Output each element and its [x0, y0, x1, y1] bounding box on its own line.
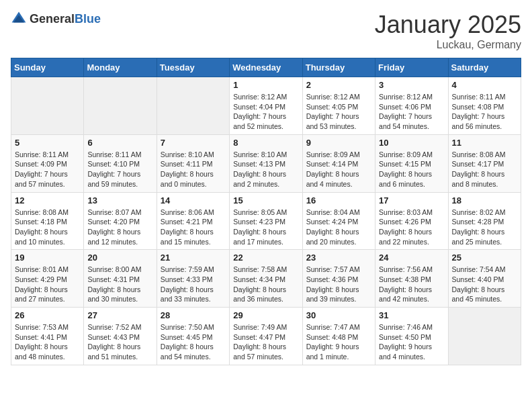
calendar-cell — [11, 77, 84, 135]
calendar-cell — [157, 77, 229, 135]
calendar-cell: 19Sunrise: 8:01 AM Sunset: 4:29 PM Dayli… — [11, 250, 84, 308]
weekday-header-monday: Monday — [84, 58, 157, 77]
logo-text-blue: Blue — [75, 12, 101, 26]
day-number: 30 — [306, 310, 371, 320]
logo: GeneralBlue — [11, 11, 101, 27]
day-number: 29 — [233, 310, 298, 320]
day-number: 2 — [306, 80, 371, 90]
day-info: Sunrise: 7:47 AM Sunset: 4:48 PM Dayligh… — [306, 322, 371, 362]
calendar-cell: 6Sunrise: 8:11 AM Sunset: 4:10 PM Daylig… — [84, 134, 157, 192]
week-row-1: 1Sunrise: 8:12 AM Sunset: 4:04 PM Daylig… — [11, 77, 521, 135]
day-info: Sunrise: 8:08 AM Sunset: 4:18 PM Dayligh… — [15, 208, 80, 247]
day-number: 9 — [306, 138, 371, 148]
day-number: 12 — [15, 195, 80, 205]
day-number: 24 — [379, 253, 444, 263]
day-number: 22 — [233, 253, 298, 263]
week-row-4: 19Sunrise: 8:01 AM Sunset: 4:29 PM Dayli… — [11, 250, 521, 308]
day-number: 6 — [87, 138, 152, 148]
day-info: Sunrise: 8:08 AM Sunset: 4:17 PM Dayligh… — [452, 150, 517, 189]
day-info: Sunrise: 8:02 AM Sunset: 4:28 PM Dayligh… — [452, 208, 517, 247]
day-info: Sunrise: 7:46 AM Sunset: 4:50 PM Dayligh… — [379, 322, 444, 362]
logo-text-general: General — [30, 12, 75, 26]
day-number: 23 — [306, 253, 371, 263]
day-info: Sunrise: 8:06 AM Sunset: 4:21 PM Dayligh… — [161, 208, 226, 247]
calendar-cell: 16Sunrise: 8:04 AM Sunset: 4:24 PM Dayli… — [302, 192, 375, 250]
calendar-cell: 28Sunrise: 7:50 AM Sunset: 4:45 PM Dayli… — [157, 308, 229, 365]
calendar-cell: 24Sunrise: 7:56 AM Sunset: 4:38 PM Dayli… — [375, 250, 448, 308]
day-number: 14 — [161, 195, 226, 205]
calendar-cell: 10Sunrise: 8:09 AM Sunset: 4:15 PM Dayli… — [375, 134, 448, 192]
logo-icon — [11, 11, 27, 27]
day-info: Sunrise: 8:11 AM Sunset: 4:10 PM Dayligh… — [87, 150, 152, 189]
calendar-cell: 18Sunrise: 8:02 AM Sunset: 4:28 PM Dayli… — [448, 192, 521, 250]
weekday-header-saturday: Saturday — [448, 58, 521, 77]
day-info: Sunrise: 8:10 AM Sunset: 4:13 PM Dayligh… — [233, 150, 298, 189]
day-number: 15 — [233, 195, 298, 205]
day-number: 7 — [161, 138, 226, 148]
weekday-header-sunday: Sunday — [11, 58, 84, 77]
day-number: 4 — [452, 80, 517, 90]
weekday-header-thursday: Thursday — [302, 58, 375, 77]
week-row-5: 26Sunrise: 7:53 AM Sunset: 4:41 PM Dayli… — [11, 308, 521, 365]
day-info: Sunrise: 8:09 AM Sunset: 4:14 PM Dayligh… — [306, 150, 371, 189]
day-number: 8 — [233, 138, 298, 148]
calendar-cell: 26Sunrise: 7:53 AM Sunset: 4:41 PM Dayli… — [11, 308, 84, 365]
location-title: Luckau, Germany — [375, 39, 521, 51]
day-info: Sunrise: 7:53 AM Sunset: 4:41 PM Dayligh… — [15, 322, 80, 362]
day-info: Sunrise: 8:11 AM Sunset: 4:08 PM Dayligh… — [452, 92, 517, 132]
calendar-cell: 9Sunrise: 8:09 AM Sunset: 4:14 PM Daylig… — [302, 134, 375, 192]
day-number: 16 — [306, 195, 371, 205]
day-info: Sunrise: 8:04 AM Sunset: 4:24 PM Dayligh… — [306, 208, 371, 247]
weekday-header-wednesday: Wednesday — [230, 58, 302, 77]
calendar-cell: 1Sunrise: 8:12 AM Sunset: 4:04 PM Daylig… — [230, 77, 302, 135]
month-title: January 2025 — [375, 11, 521, 39]
day-info: Sunrise: 8:12 AM Sunset: 4:05 PM Dayligh… — [306, 92, 371, 132]
day-info: Sunrise: 7:49 AM Sunset: 4:47 PM Dayligh… — [233, 322, 298, 362]
day-number: 21 — [161, 253, 226, 263]
calendar-cell: 23Sunrise: 7:57 AM Sunset: 4:36 PM Dayli… — [302, 250, 375, 308]
day-info: Sunrise: 7:52 AM Sunset: 4:43 PM Dayligh… — [87, 322, 152, 362]
day-info: Sunrise: 7:50 AM Sunset: 4:45 PM Dayligh… — [161, 322, 226, 362]
page-header: GeneralBlue January 2025 Luckau, Germany — [11, 11, 521, 51]
calendar-cell — [84, 77, 157, 135]
calendar-cell: 4Sunrise: 8:11 AM Sunset: 4:08 PM Daylig… — [448, 77, 521, 135]
day-number: 18 — [452, 195, 517, 205]
day-number: 10 — [379, 138, 444, 148]
day-number: 3 — [379, 80, 444, 90]
day-number: 25 — [452, 253, 517, 263]
calendar-cell: 20Sunrise: 8:00 AM Sunset: 4:31 PM Dayli… — [84, 250, 157, 308]
day-info: Sunrise: 8:07 AM Sunset: 4:20 PM Dayligh… — [87, 208, 152, 247]
calendar: SundayMondayTuesdayWednesdayThursdayFrid… — [11, 58, 521, 365]
day-number: 31 — [379, 310, 444, 320]
calendar-cell: 22Sunrise: 7:58 AM Sunset: 4:34 PM Dayli… — [230, 250, 302, 308]
day-number: 13 — [87, 195, 152, 205]
calendar-cell: 5Sunrise: 8:11 AM Sunset: 4:09 PM Daylig… — [11, 134, 84, 192]
day-info: Sunrise: 8:10 AM Sunset: 4:11 PM Dayligh… — [161, 150, 226, 189]
day-info: Sunrise: 7:58 AM Sunset: 4:34 PM Dayligh… — [233, 265, 298, 304]
calendar-cell: 21Sunrise: 7:59 AM Sunset: 4:33 PM Dayli… — [157, 250, 229, 308]
day-info: Sunrise: 8:12 AM Sunset: 4:06 PM Dayligh… — [379, 92, 444, 132]
calendar-cell: 27Sunrise: 7:52 AM Sunset: 4:43 PM Dayli… — [84, 308, 157, 365]
day-number: 5 — [15, 138, 80, 148]
calendar-cell: 30Sunrise: 7:47 AM Sunset: 4:48 PM Dayli… — [302, 308, 375, 365]
calendar-cell: 8Sunrise: 8:10 AM Sunset: 4:13 PM Daylig… — [230, 134, 302, 192]
calendar-cell: 11Sunrise: 8:08 AM Sunset: 4:17 PM Dayli… — [448, 134, 521, 192]
weekday-header-row: SundayMondayTuesdayWednesdayThursdayFrid… — [11, 58, 521, 77]
week-row-2: 5Sunrise: 8:11 AM Sunset: 4:09 PM Daylig… — [11, 134, 521, 192]
calendar-cell: 13Sunrise: 8:07 AM Sunset: 4:20 PM Dayli… — [84, 192, 157, 250]
day-number: 26 — [15, 310, 80, 320]
day-info: Sunrise: 7:56 AM Sunset: 4:38 PM Dayligh… — [379, 265, 444, 304]
day-info: Sunrise: 8:12 AM Sunset: 4:04 PM Dayligh… — [233, 92, 298, 132]
day-number: 11 — [452, 138, 517, 148]
day-info: Sunrise: 8:09 AM Sunset: 4:15 PM Dayligh… — [379, 150, 444, 189]
calendar-cell: 12Sunrise: 8:08 AM Sunset: 4:18 PM Dayli… — [11, 192, 84, 250]
day-info: Sunrise: 7:54 AM Sunset: 4:40 PM Dayligh… — [452, 265, 517, 304]
calendar-cell: 31Sunrise: 7:46 AM Sunset: 4:50 PM Dayli… — [375, 308, 448, 365]
calendar-cell: 3Sunrise: 8:12 AM Sunset: 4:06 PM Daylig… — [375, 77, 448, 135]
day-info: Sunrise: 8:00 AM Sunset: 4:31 PM Dayligh… — [87, 265, 152, 304]
calendar-cell: 25Sunrise: 7:54 AM Sunset: 4:40 PM Dayli… — [448, 250, 521, 308]
day-number: 27 — [87, 310, 152, 320]
calendar-cell: 14Sunrise: 8:06 AM Sunset: 4:21 PM Dayli… — [157, 192, 229, 250]
weekday-header-friday: Friday — [375, 58, 448, 77]
calendar-cell — [448, 308, 521, 365]
